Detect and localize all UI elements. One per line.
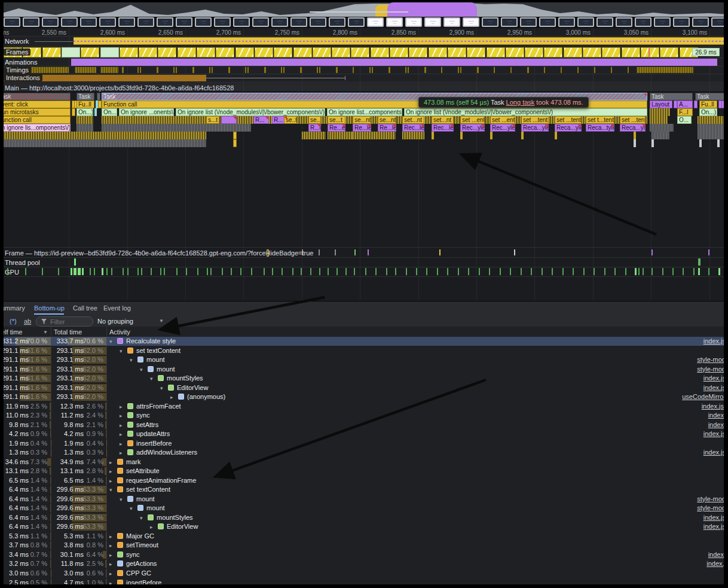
filmstrip-thumbnail[interactable] [654,17,671,27]
filmstrip-thumbnail[interactable] [195,17,212,27]
filmstrip-thumbnail[interactable] [329,17,345,27]
filmstrip-thumbnail[interactable] [4,17,20,27]
flame-entry[interactable]: Rec...yle [460,124,485,132]
network-request-bar[interactable] [74,37,727,45]
expand-arrow-icon[interactable]: ▸ [109,459,112,465]
flame-entry[interactable]: se...nt [353,116,371,124]
table-row[interactable]: 3.0 ms0.6 %3.0 ms0.6 %▸CPP GC [0,569,728,578]
collapse-arrow-icon[interactable]: ▾ [120,348,123,354]
frame-tile[interactable] [487,47,505,57]
expand-arrow-icon[interactable]: ▸ [109,571,112,577]
flame-entry[interactable]: Fu..ll [77,100,94,108]
frame-tile[interactable] [390,47,408,57]
table-row[interactable]: 291.1 ms61.6 %293.1 ms62.0 %▾mountstyle-… [0,355,728,364]
table-row[interactable]: 6.4 ms1.4 %299.6 ms63.3 %▸EditorViewinde… [0,522,728,531]
flame-entry[interactable]: On ignore list...components\/) [327,108,402,116]
flame-entry[interactable] [521,132,524,139]
flame-entry[interactable]: Reca...yle [620,124,646,132]
flame-entry[interactable]: n ignore lis...omponents\/) [0,124,71,132]
expand-arrow-icon[interactable]: ▸ [120,450,123,456]
flame-entry[interactable]: On...) [699,108,717,116]
tooltip-longtask-link[interactable]: Long task [506,99,535,106]
table-row[interactable]: 291.1 ms61.6 %293.1 ms62.0 %▾set textCon… [0,346,728,355]
whole-word-icon[interactable]: ab [24,318,31,325]
filmstrip-thumbnail[interactable] [692,17,709,27]
frame-tile[interactable] [216,47,234,57]
filter-box[interactable] [36,316,93,327]
flame-entry[interactable]: unction call [0,116,71,124]
frame-tile[interactable] [583,47,601,57]
flame-entry[interactable]: On...) [77,108,93,116]
table-row[interactable]: 5.3 ms1.1 %5.3 ms1.1 %▸Major GC [0,532,728,541]
expand-arrow-icon[interactable]: ▸ [109,478,112,484]
table-row[interactable]: 6.4 ms1.4 %299.6 ms63.3 %▾set textConten… [0,485,728,494]
frame-tile[interactable] [351,47,369,57]
collapse-arrow-icon[interactable]: ▾ [120,496,123,502]
table-row[interactable]: 291.1 ms61.6 %293.1 ms62.0 %▾mountStyles… [0,374,728,383]
flame-entry[interactable]: set ...tent [555,116,582,124]
flame-entry[interactable]: O... [677,116,692,124]
flame-entry[interactable]: On ignore list (\/node_modules\/|\/bower… [404,108,647,116]
table-row[interactable]: 6.5 ms1.4 %6.5 ms1.4 %▸requestAnimationF… [0,476,728,485]
filmstrip-thumbnail[interactable] [635,17,651,27]
flame-entry[interactable]: Re...le [353,124,371,132]
collapse-arrow-icon[interactable]: ▾ [150,376,153,382]
flame-entry[interactable] [221,116,237,124]
filmstrip-thumbnail[interactable] [233,17,250,27]
grouping-select[interactable]: No grouping [97,318,133,325]
flame-entry[interactable]: Rec...yle [490,124,515,132]
flame-entry[interactable]: s...t [206,116,219,124]
self-time-header[interactable]: elf time [1,328,22,336]
source-link[interactable]: index.js: [702,403,726,410]
flame-entry[interactable]: set ...tent [521,116,549,124]
flame-entry[interactable]: Task [77,93,94,100]
filmstrip-thumbnail[interactable] [290,17,307,27]
filter-input[interactable] [49,318,87,326]
flame-entry[interactable] [490,132,493,139]
expand-arrow-icon[interactable]: ▸ [109,552,112,558]
frame-tile[interactable] [120,47,138,57]
expand-arrow-icon[interactable]: ▸ [120,413,123,419]
filmstrip-thumbnail[interactable] [539,17,556,27]
collapse-arrow-icon[interactable]: ▾ [130,357,133,363]
flame-entry[interactable] [634,139,636,147]
flame-entry[interactable]: un microtasks [0,108,71,116]
frame-tile[interactable] [313,47,331,57]
frame-tile[interactable] [506,47,524,57]
frame-tile[interactable] [660,47,678,57]
flame-entry[interactable] [717,139,720,147]
table-row[interactable]: 1.9 ms0.4 %1.9 ms0.4 %▸insertBefore [0,439,728,448]
source-link[interactable]: index.js [703,384,726,391]
regex-icon[interactable]: (*) [10,318,17,325]
filmstrip-thumbnail[interactable] [558,17,575,27]
flame-entry[interactable]: R...e [308,124,321,132]
filmstrip-thumbnail[interactable] [443,17,460,27]
source-link[interactable]: index.js [703,523,726,530]
frame-tile[interactable] [467,47,485,57]
flame-entry[interactable]: Rec...le [402,124,424,132]
table-row[interactable]: 291.1 ms61.6 %293.1 ms62.0 %▾EditorViewi… [0,383,728,392]
source-link[interactable]: index. [708,551,726,558]
source-link[interactable]: index.js [703,374,726,382]
collapse-arrow-icon[interactable]: ▾ [109,487,112,493]
source-link[interactable]: index.js [703,430,726,437]
source-link[interactable]: style-mod [697,365,726,373]
flame-entry[interactable]: se...t [308,116,321,124]
collapse-arrow-icon[interactable]: ▾ [109,339,112,345]
frame-tile[interactable] [42,47,61,57]
flame-entry[interactable] [460,132,463,139]
expand-arrow-icon[interactable]: ▸ [109,561,112,567]
table-row[interactable]: 9.8 ms2.1 %9.8 ms2.1 %▸setAttrsindex. [0,421,728,429]
expand-arrow-icon[interactable]: ▸ [120,404,123,410]
table-row[interactable]: 11.0 ms2.3 %11.2 ms2.4 %▸syncindex. [0,411,728,420]
filmstrip-thumbnail[interactable] [176,17,192,27]
filmstrip-thumbnail[interactable] [501,17,518,27]
expand-arrow-icon[interactable]: ▸ [120,431,123,437]
table-row[interactable]: 331.2 ms70.0 %333.7 ms70.6 %▾Recalculate… [0,337,728,346]
tab-call-tree[interactable]: Call tree [73,304,97,312]
flame-entry[interactable] [94,108,97,116]
flame-entry[interactable]: Task [695,93,727,100]
animations-bar[interactable] [71,59,717,66]
total-time-header[interactable]: Total time [54,328,82,336]
flame-entry[interactable]: ask [0,93,71,100]
